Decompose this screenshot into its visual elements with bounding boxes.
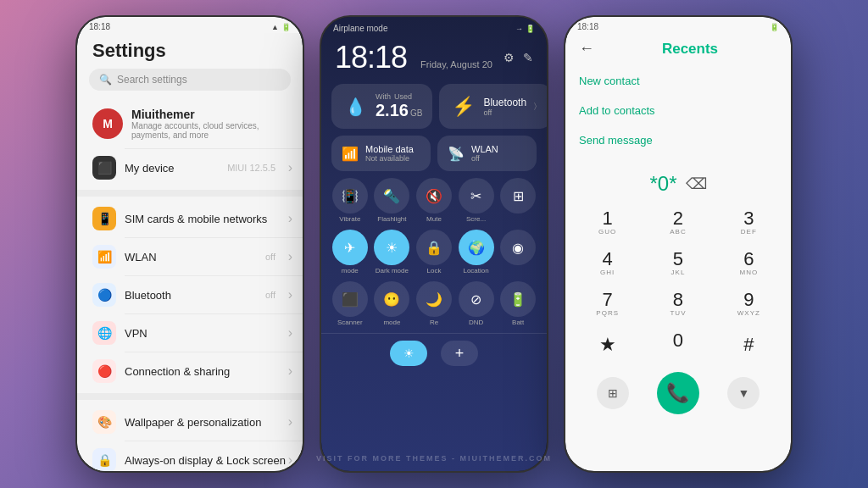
cc-storage-text: With Used 2.16 GB	[376, 92, 422, 120]
cc-footer-add[interactable]: +	[441, 341, 478, 366]
dialer-key-4[interactable]: 4 GHI	[572, 243, 643, 284]
dialer-key-0[interactable]: 0	[643, 324, 713, 365]
account-item[interactable]: M Miuithemer Manage accounts, cloud serv…	[77, 99, 303, 148]
connection-icon: 🔴	[92, 359, 116, 383]
dialer-apps-button[interactable]: ⊞	[597, 377, 629, 409]
dialer-num-5: 5	[673, 250, 683, 269]
dialer-status-icons: 🔋	[770, 23, 779, 31]
dialer-key-6[interactable]: 6 MNO	[714, 243, 784, 284]
dialer-display: *0* ⌫	[565, 158, 791, 202]
cc-bt-text: Bluetooth off	[483, 97, 526, 117]
cc-bt-subtitle: off	[483, 108, 526, 117]
cc-mobile-tile[interactable]: 📶 Mobile data Not available	[331, 136, 431, 171]
settings-vpn[interactable]: 🌐 VPN	[77, 314, 303, 352]
cc-btn-lock[interactable]: 🔒	[416, 230, 452, 265]
wlan-text: WLAN	[125, 251, 265, 263]
dialer-key-1[interactable]: 1 GUO	[572, 202, 643, 243]
cc-edit-icon[interactable]: ✎	[523, 51, 533, 64]
search-icon: 🔍	[99, 74, 112, 86]
account-text: Miuithemer Manage accounts, cloud servic…	[131, 108, 287, 140]
cc-btn-darkmode[interactable]: ☀	[374, 230, 409, 265]
cc-btn-mode[interactable]: 😶	[374, 281, 409, 317]
divider	[77, 190, 303, 197]
bluetooth-text: Bluetooth	[125, 289, 265, 302]
cc-footer: ☀ +	[321, 333, 547, 373]
bt-tile-icon: ⚡	[452, 96, 475, 118]
wallpaper-label: Wallpaper & personalization	[125, 416, 287, 429]
dialer-down-button[interactable]: ▼	[727, 377, 760, 409]
storage-icon: 💧	[345, 97, 366, 117]
cc-btn-dnd[interactable]: ⊘	[459, 281, 494, 317]
dialer-letters-1: GUO	[598, 228, 616, 236]
back-button[interactable]: ←	[579, 40, 594, 58]
cc-btn-extra2[interactable]: ◉	[500, 230, 536, 265]
send-message-action[interactable]: Send message	[565, 125, 791, 155]
cc-btn-extra1[interactable]: ⊞	[500, 178, 536, 214]
cc-btn-scanner[interactable]: ⬛	[332, 281, 368, 317]
dialer-delete-button[interactable]: ⌫	[686, 175, 707, 193]
dialer-key-9[interactable]: 9 WXYZ	[714, 284, 784, 324]
status-bar-dialer: 18:18 🔋	[565, 17, 791, 33]
settings-bluetooth[interactable]: 🔵 Bluetooth off	[77, 276, 303, 313]
sim-icon: 📱	[92, 207, 116, 230]
cc-btn-re[interactable]: 🌙	[416, 281, 452, 317]
lockscreen-label: Always-on display & Lock screen	[125, 454, 287, 467]
cc-quick-buttons-row3: ⬛ Scanner 😶 mode 🌙 Re ⊘ DND 🔋 Batt	[321, 281, 547, 326]
dialer-call-button[interactable]: 📞	[657, 372, 699, 414]
sim-label: SIM cards & mobile networks	[125, 213, 287, 225]
settings-wlan[interactable]: 📶 WLAN off	[77, 238, 303, 275]
cc-btn-scre[interactable]: ✂	[459, 178, 494, 214]
vpn-label: VPN	[125, 327, 287, 340]
dialer-key-7[interactable]: 7 PQRS	[572, 284, 643, 324]
cc-settings-icon[interactable]: ⚙	[504, 51, 515, 64]
cc-storage-tile[interactable]: 💧 With Used 2.16 GB	[331, 84, 432, 129]
dialer-key-8[interactable]: 8 TUV	[643, 284, 713, 324]
cc-btn-location[interactable]: 🌍	[459, 230, 494, 265]
bluetooth-label: Bluetooth	[125, 289, 265, 302]
settings-wallpaper[interactable]: 🎨 Wallpaper & personalization	[77, 403, 303, 441]
vpn-text: VPN	[125, 327, 287, 340]
dialer-key-2[interactable]: 2 ABC	[643, 202, 713, 243]
dialer-letters-2: ABC	[670, 228, 686, 236]
cc-header-icons: ⚙ ✎	[504, 51, 533, 64]
add-to-contacts-action[interactable]: Add to contacts	[565, 96, 791, 125]
search-bar[interactable]: 🔍 Search settings	[89, 69, 291, 91]
cc-mobile-title: Mobile data	[365, 144, 414, 154]
watermark: VISIT FOR MORE THEMES - MIUITHEMER.COM	[316, 454, 552, 463]
dialer-key-hash[interactable]: #	[714, 324, 784, 365]
settings-lockscreen[interactable]: 🔒 Always-on display & Lock screen	[77, 441, 303, 471]
cc-mobile-subtitle: Not available	[365, 154, 414, 163]
dialer-footer: ⊞ 📞 ▼	[565, 365, 791, 421]
storage-unit: GB	[410, 108, 422, 118]
avatar: M	[92, 108, 123, 139]
dialer-key-star[interactable]: ★	[572, 324, 643, 365]
wlan-value: off	[265, 252, 275, 262]
cc-quick-buttons-row1: 📳 Vibrate 🔦 Flashlight 🔇 Mute ✂ Scre... …	[321, 178, 547, 223]
cc-btn-vibrate[interactable]: 📳	[332, 178, 368, 214]
cc-btn-batt[interactable]: 🔋	[500, 281, 536, 317]
cc-wlan-tile[interactable]: 📡 WLAN off	[437, 136, 537, 171]
settings-sim[interactable]: 📱 SIM cards & mobile networks	[77, 200, 303, 237]
new-contact-action[interactable]: New contact	[565, 66, 791, 96]
settings-my-device[interactable]: ⬛ My device MIUI 12.5.5	[77, 149, 303, 186]
phone-control-center: Airplane mode → 🔋 18:18 Friday, August 2…	[320, 15, 548, 473]
my-device-value: MIUI 12.5.5	[227, 163, 275, 173]
cc-date: Friday, August 20	[420, 59, 492, 69]
status-bar-settings: 18:18 ▲ 🔋	[77, 17, 303, 33]
status-time: 18:18	[89, 22, 110, 31]
cc-btn-flashlight[interactable]: 🔦	[374, 178, 409, 214]
dialer-key-3[interactable]: 3 DEF	[714, 202, 784, 243]
account-name: Miuithemer	[131, 108, 287, 121]
cc-bluetooth-tile[interactable]: ⚡ Bluetooth off 〉	[439, 84, 547, 129]
recents-title: Recents	[603, 41, 777, 58]
cc-btn-airplane[interactable]: ✈	[332, 230, 368, 265]
dialer-key-5[interactable]: 5 JKL	[643, 243, 713, 284]
cc-btn-mute[interactable]: 🔇	[416, 178, 452, 214]
wlan-label: WLAN	[125, 251, 265, 263]
dialer-num-2: 2	[673, 209, 683, 228]
cc-footer-brightness[interactable]: ☀	[390, 341, 427, 366]
dialer-num-6: 6	[743, 250, 754, 269]
sim-text: SIM cards & mobile networks	[125, 213, 287, 225]
cc-time-area: 18:18 Friday, August 20 ⚙ ✎	[321, 35, 547, 84]
settings-connection[interactable]: 🔴 Connection & sharing	[77, 352, 303, 390]
